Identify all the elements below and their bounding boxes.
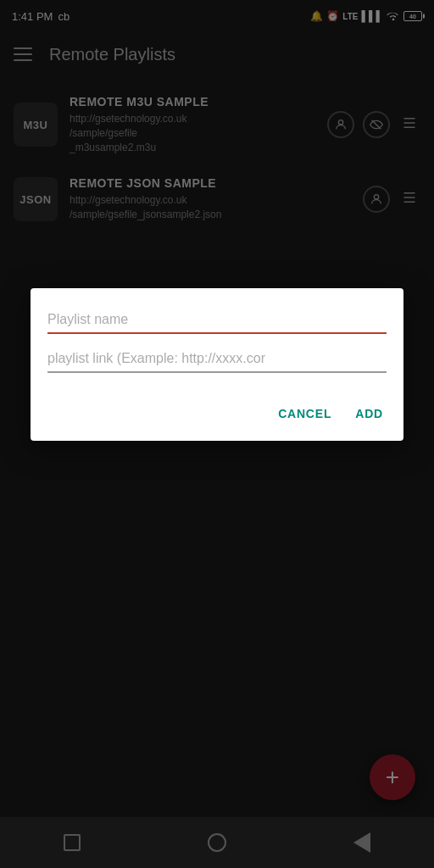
cancel-button[interactable]: CANCEL — [275, 400, 335, 427]
add-playlist-dialog: CANCEL ADD — [31, 288, 403, 441]
add-button[interactable]: ADD — [352, 400, 387, 427]
playlist-name-input[interactable] — [47, 309, 387, 334]
playlist-link-input[interactable] — [47, 348, 387, 373]
name-field — [47, 309, 387, 334]
dialog-actions: CANCEL ADD — [47, 393, 387, 427]
link-field — [47, 348, 387, 373]
